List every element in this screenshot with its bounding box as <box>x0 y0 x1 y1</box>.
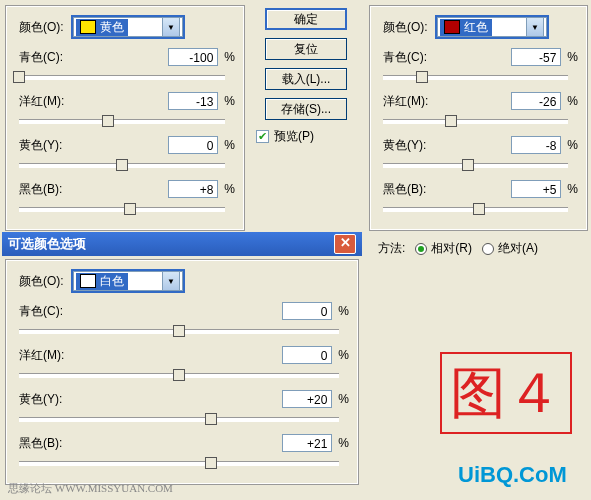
black-label: 黑色(B): <box>383 181 441 198</box>
relative-label: 相对(R) <box>431 240 472 257</box>
preview-label: 预览(P) <box>274 128 314 145</box>
color-dropdown[interactable]: 黄色 ▼ <box>73 17 183 37</box>
chevron-down-icon[interactable]: ▼ <box>162 271 180 291</box>
black-slider[interactable] <box>19 455 339 469</box>
magenta-value[interactable]: -13 <box>168 92 218 110</box>
black-value[interactable]: +5 <box>511 180 561 198</box>
titlebar[interactable]: 可选颜色选项 ✕ <box>2 232 362 256</box>
yellow-label: 黄色(Y): <box>19 391 77 408</box>
preview-checkbox[interactable]: ✔ <box>256 130 269 143</box>
yellow-value[interactable]: 0 <box>168 136 218 154</box>
color-name: 白色 <box>100 273 124 290</box>
color-label: 颜色(O): <box>19 273 73 290</box>
swatch-icon <box>444 20 460 34</box>
cyan-value[interactable]: 0 <box>282 302 332 320</box>
percent: % <box>224 138 235 152</box>
black-label: 黑色(B): <box>19 181 77 198</box>
percent: % <box>338 304 349 318</box>
cyan-label: 青色(C): <box>19 49 77 66</box>
color-dropdown[interactable]: 白色 ▼ <box>73 271 183 291</box>
magenta-slider[interactable] <box>19 113 225 127</box>
brand-text: UiBQ.CoM <box>458 462 567 488</box>
percent: % <box>567 94 578 108</box>
figure-label: 图４ <box>440 352 572 434</box>
black-slider[interactable] <box>383 201 568 215</box>
percent: % <box>338 392 349 406</box>
cyan-slider[interactable] <box>19 69 225 83</box>
black-label: 黑色(B): <box>19 435 77 452</box>
panel-red: 颜色(O): 红色 ▼ 青色(C): -57 % 洋红(M): -26 % 黄色… <box>366 2 591 260</box>
load-button[interactable]: 载入(L)... <box>265 68 347 90</box>
color-label: 颜色(O): <box>383 19 437 36</box>
black-slider[interactable] <box>19 201 225 215</box>
yellow-slider[interactable] <box>19 157 225 171</box>
yellow-slider[interactable] <box>19 411 339 425</box>
black-value[interactable]: +21 <box>282 434 332 452</box>
close-icon[interactable]: ✕ <box>334 234 356 254</box>
percent: % <box>567 182 578 196</box>
cyan-slider[interactable] <box>19 323 339 337</box>
percent: % <box>567 138 578 152</box>
cyan-label: 青色(C): <box>383 49 441 66</box>
magenta-slider[interactable] <box>19 367 339 381</box>
percent: % <box>224 182 235 196</box>
ok-button[interactable]: 确定 <box>265 8 347 30</box>
percent: % <box>338 436 349 450</box>
radio-relative[interactable] <box>415 243 427 255</box>
color-name: 黄色 <box>100 19 124 36</box>
cyan-label: 青色(C): <box>19 303 77 320</box>
magenta-slider[interactable] <box>383 113 568 127</box>
yellow-slider[interactable] <box>383 157 568 171</box>
chevron-down-icon[interactable]: ▼ <box>162 17 180 37</box>
reset-button[interactable]: 复位 <box>265 38 347 60</box>
cyan-value[interactable]: -57 <box>511 48 561 66</box>
color-dropdown[interactable]: 红色 ▼ <box>437 17 547 37</box>
yellow-value[interactable]: +20 <box>282 390 332 408</box>
magenta-value[interactable]: -26 <box>511 92 561 110</box>
magenta-label: 洋红(M): <box>383 93 441 110</box>
absolute-label: 绝对(A) <box>498 240 538 257</box>
footer-text: 思缘论坛 WWW.MISSYUAN.COM <box>8 481 173 496</box>
percent: % <box>224 94 235 108</box>
magenta-label: 洋红(M): <box>19 347 77 364</box>
yellow-label: 黄色(Y): <box>383 137 441 154</box>
method-label: 方法: <box>378 240 405 257</box>
save-button[interactable]: 存储(S)... <box>265 98 347 120</box>
black-value[interactable]: +8 <box>168 180 218 198</box>
yellow-label: 黄色(Y): <box>19 137 77 154</box>
swatch-icon <box>80 274 96 288</box>
cyan-value[interactable]: -100 <box>168 48 218 66</box>
dialog-title: 可选颜色选项 <box>8 232 86 256</box>
yellow-value[interactable]: -8 <box>511 136 561 154</box>
radio-absolute[interactable] <box>482 243 494 255</box>
percent: % <box>224 50 235 64</box>
chevron-down-icon[interactable]: ▼ <box>526 17 544 37</box>
color-name: 红色 <box>464 19 488 36</box>
panel-yellow: 颜色(O): 黄色 ▼ 青色(C): -100 % 洋红(M): -13 % 黄… <box>2 2 248 230</box>
percent: % <box>567 50 578 64</box>
percent: % <box>338 348 349 362</box>
cyan-slider[interactable] <box>383 69 568 83</box>
magenta-label: 洋红(M): <box>19 93 77 110</box>
magenta-value[interactable]: 0 <box>282 346 332 364</box>
panel-white-dialog: 可选颜色选项 ✕ 颜色(O): 白色 ▼ 青色(C): 0 % 洋红(M): 0… <box>2 232 362 498</box>
color-label: 颜色(O): <box>19 19 73 36</box>
button-column: 确定 复位 载入(L)... 存储(S)... ✔ 预览(P) <box>252 8 360 145</box>
swatch-icon <box>80 20 96 34</box>
